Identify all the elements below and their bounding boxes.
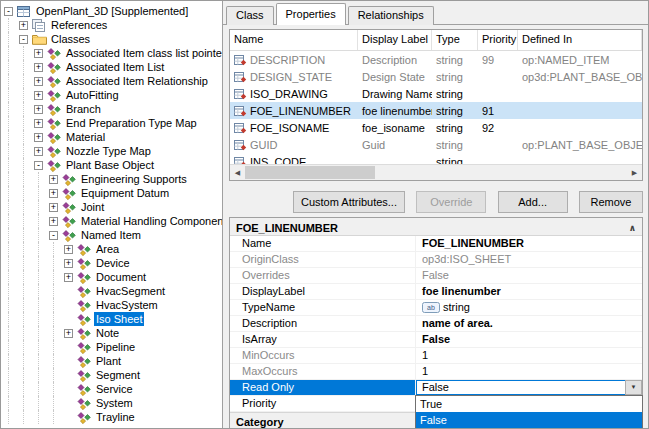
expand-expander-icon[interactable]: + <box>34 119 43 128</box>
tab-class[interactable]: Class <box>226 6 274 25</box>
grid-row-read-only[interactable]: Read OnlyFalse▼ <box>230 380 642 396</box>
tree-item-classes[interactable]: -Classes <box>1 32 222 46</box>
grid-row-value[interactable]: foe linenumber <box>416 284 642 299</box>
custom-attributes-button[interactable]: Custom Attributes... <box>293 191 405 213</box>
column-header-defined-in[interactable]: Defined In <box>518 30 642 50</box>
tree-item-service[interactable]: Service <box>1 382 222 396</box>
tree-item-hvacsystem[interactable]: HvacSystem <box>1 298 222 312</box>
tree-item-material-handling-component[interactable]: +Material Handling Component <box>1 214 222 228</box>
grid-row-description[interactable]: Descriptionname of area. <box>230 316 642 332</box>
tree-item-openplant-3d-supplemented[interactable]: -OpenPlant_3D [Supplemented] <box>1 4 222 18</box>
tree-item-nozzle-type-map[interactable]: +Nozzle Type Map <box>1 144 222 158</box>
expand-expander-icon[interactable]: + <box>64 329 73 338</box>
grid-row-isarray[interactable]: IsArrayFalse <box>230 332 642 348</box>
table-row-design-state[interactable]: DESIGN_STATEDesign Statestringop3d:PLANT… <box>230 68 642 85</box>
tree-item-material[interactable]: +Material <box>1 130 222 144</box>
tree-item-document[interactable]: +Document <box>1 270 222 284</box>
grid-row-value[interactable]: False <box>416 332 642 347</box>
grid-row-displaylabel[interactable]: DisplayLabelfoe linenumber <box>230 284 642 300</box>
grid-row-value[interactable]: 1 <box>416 348 642 363</box>
grid-row-value[interactable]: FOE_LINENUMBER <box>416 236 642 251</box>
tree-item-plant[interactable]: Plant <box>1 354 222 368</box>
tree-item-branch[interactable]: +Branch <box>1 102 222 116</box>
tree-item-area[interactable]: +Area <box>1 242 222 256</box>
tree-item-iso-sheet[interactable]: Iso Sheet <box>1 312 222 326</box>
expand-expander-icon[interactable]: + <box>34 105 43 114</box>
grid-row-maxoccurs[interactable]: MaxOccurs1 <box>230 364 642 380</box>
tree-item-end-preparation-type-map[interactable]: +End Preparation Type Map <box>1 116 222 130</box>
grid-row-value[interactable]: abstring <box>416 300 642 315</box>
tab-relationships[interactable]: Relationships <box>348 6 434 25</box>
expand-expander-icon[interactable]: + <box>19 21 28 30</box>
tree-item-segment[interactable]: Segment <box>1 368 222 382</box>
tree-item-trayline[interactable]: Trayline <box>1 410 222 424</box>
tree-item-associated-item-class-list-pointer[interactable]: +Associated Item class list pointer <box>1 46 222 60</box>
grid-row-value[interactable]: name of area. <box>416 316 642 331</box>
grid-row-name[interactable]: NameFOE_LINENUMBER <box>230 236 642 252</box>
tree-item-engineering-supports[interactable]: +Engineering Supports <box>1 172 222 186</box>
tree-item-system[interactable]: System <box>1 396 222 410</box>
grid-row-value[interactable]: op3d:ISO_SHEET <box>416 252 642 267</box>
remove-button[interactable]: Remove <box>579 191 643 213</box>
table-row-description[interactable]: DESCRIPTIONDescriptionstring99op:NAMED_I… <box>230 51 642 68</box>
grid-row-overrides[interactable]: OverridesFalse <box>230 268 642 284</box>
grid-row-originclass[interactable]: OriginClassop3d:ISO_SHEET <box>230 252 642 268</box>
scrollbar-thumb[interactable] <box>245 166 375 179</box>
tree-item-equipment-datum[interactable]: +Equipment Datum <box>1 186 222 200</box>
collapse-chevron-icon[interactable]: ∧ <box>629 223 636 233</box>
collapse-expander-icon[interactable]: - <box>4 7 13 16</box>
scroll-right-button[interactable]: ▶ <box>627 165 642 180</box>
property-group-header[interactable]: FOE_LINENUMBER ∧ <box>230 218 642 236</box>
tree-item-plant-base-object[interactable]: -Plant Base Object <box>1 158 222 172</box>
dropdown-option-true[interactable]: True <box>416 396 642 412</box>
tree-item-references[interactable]: +References <box>1 18 222 32</box>
collapse-expander-icon[interactable]: - <box>19 35 28 44</box>
tree-item-hvacsegment[interactable]: HvacSegment <box>1 284 222 298</box>
cell-display-label: Drawing Name <box>358 85 432 102</box>
table-row-foe-linenumber[interactable]: FOE_LINENUMBERfoe linenumberstring91 <box>230 102 642 119</box>
cell-name: FOE_LINENUMBER <box>230 102 358 119</box>
expand-expander-icon[interactable]: + <box>49 217 58 226</box>
expand-expander-icon[interactable]: + <box>49 175 58 184</box>
column-header-display-label[interactable]: Display Label <box>358 30 432 50</box>
scrollbar-track[interactable] <box>245 165 627 180</box>
grid-row-value[interactable]: 1 <box>416 364 642 379</box>
expand-expander-icon[interactable]: + <box>34 91 43 100</box>
tree-item-associated-item-list[interactable]: +Associated Item List <box>1 60 222 74</box>
tree-item-joint[interactable]: +Joint <box>1 200 222 214</box>
expand-expander-icon[interactable]: + <box>34 49 43 58</box>
grid-row-value[interactable]: False <box>416 268 642 283</box>
grid-row-minoccurs[interactable]: MinOccurs1 <box>230 348 642 364</box>
expand-expander-icon[interactable]: + <box>64 259 73 268</box>
collapse-expander-icon[interactable]: - <box>34 161 43 170</box>
column-header-name[interactable]: Name <box>230 30 358 50</box>
add-button[interactable]: Add... <box>498 191 568 213</box>
table-row-iso-drawing[interactable]: ISO_DRAWINGDrawing Namestring <box>230 85 642 102</box>
table-horizontal-scrollbar[interactable]: ◀▶ <box>230 164 642 180</box>
grid-row-value[interactable]: False▼ <box>416 380 642 395</box>
expand-expander-icon[interactable]: + <box>49 189 58 198</box>
readonly-combo-button[interactable]: ▼ <box>625 380 642 395</box>
tree-item-note[interactable]: +Note <box>1 326 222 340</box>
expand-expander-icon[interactable]: + <box>64 245 73 254</box>
table-row-guid[interactable]: GUIDGuidstringop:PLANT_BASE_OBJECT <box>230 136 642 153</box>
tree-item-pipeline[interactable]: Pipeline <box>1 340 222 354</box>
column-header-type[interactable]: Type <box>432 30 478 50</box>
tree-item-named-item[interactable]: -Named Item <box>1 228 222 242</box>
tab-properties[interactable]: Properties <box>276 3 346 25</box>
tree-item-device[interactable]: +Device <box>1 256 222 270</box>
dropdown-option-false[interactable]: False <box>416 412 642 428</box>
expand-expander-icon[interactable]: + <box>64 273 73 282</box>
expand-expander-icon[interactable]: + <box>49 203 58 212</box>
collapse-expander-icon[interactable]: - <box>49 231 58 240</box>
expand-expander-icon[interactable]: + <box>34 147 43 156</box>
expand-expander-icon[interactable]: + <box>34 77 43 86</box>
grid-row-typename[interactable]: TypeNameabstring <box>230 300 642 316</box>
expand-expander-icon[interactable]: + <box>34 63 43 72</box>
tree-item-autofitting[interactable]: +AutoFitting <box>1 88 222 102</box>
scroll-left-button[interactable]: ◀ <box>230 165 245 180</box>
tree-item-associated-item-relationship[interactable]: +Associated Item Relationship <box>1 74 222 88</box>
table-row-foe-isoname[interactable]: FOE_ISONAMEfoe_isonamestring92 <box>230 119 642 136</box>
column-header-priority[interactable]: Priority <box>478 30 518 50</box>
expand-expander-icon[interactable]: + <box>34 133 43 142</box>
